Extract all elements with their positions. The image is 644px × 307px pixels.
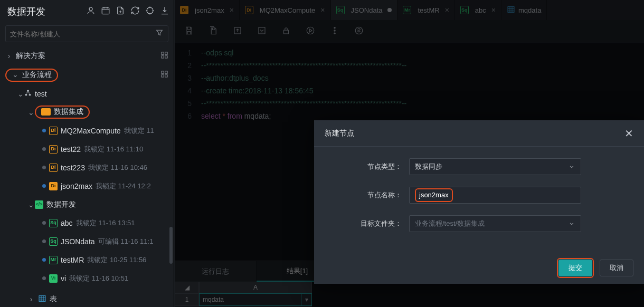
more-icon[interactable] [330,26,339,37]
calendar-icon[interactable] [101,6,110,17]
tree-item[interactable]: SqJSONdata可编辑 11-16 11:1 [0,232,174,251]
refresh-icon[interactable] [130,6,140,17]
tab-json2max[interactable]: Dijson2max× [175,0,240,20]
deploy-icon[interactable] [257,26,267,37]
select-target-folder[interactable]: 业务流程/test/数据集成 [409,215,581,232]
chevron-down-icon [568,163,575,172]
status-dot [42,166,46,169]
highlight-flows: ⌄ 业务流程 [5,69,58,82]
result-grid: ◢ A 1 mqdata ▾ [175,282,312,307]
section-solutions[interactable]: › 解决方案 [0,46,174,65]
modal-title: 新建节点 [325,129,624,138]
tree-item[interactable]: Ditest22我锁定 11-16 11:10 [0,140,174,158]
di-icon: Di [49,145,58,154]
svg-rect-8 [165,71,167,73]
svg-rect-14 [39,295,45,301]
section-tables[interactable]: › 表 [0,290,174,307]
tab-mqdata[interactable]: mqdata [501,0,547,20]
grid-col-A[interactable]: A [199,282,312,293]
status-dot [42,129,46,132]
sq-icon: Sq [336,6,345,14]
di-icon: Di [49,182,58,190]
svg-rect-10 [165,75,167,77]
tree-item[interactable]: DiMQ2MaxCompute我锁定 11 [0,121,174,140]
sidebar: 数据开发 › 解决方案 ⌄ 业务流程 ⌄ test [0,0,174,307]
chevron-right-icon: › [27,295,35,303]
sq-icon: Sq [49,219,58,227]
tab-testmr[interactable]: MrtestMR× [397,0,454,20]
status-dot [42,147,46,151]
grid-cell-A1[interactable]: mqdata ▾ [199,293,312,306]
tab-abc[interactable]: Sqabc× [455,0,501,20]
di-icon: Di [49,164,58,172]
search-input[interactable] [10,30,155,38]
cost-icon[interactable] [354,26,364,37]
input-node-name[interactable]: json2max [409,187,581,204]
chevron-right-icon: › [5,52,13,60]
tree-group-dev[interactable]: ⌄ </> 数据开发 [0,195,174,214]
close-icon[interactable]: × [230,6,234,14]
dirty-dot [387,8,392,12]
group-label: 数据集成 [54,107,83,117]
lock-icon[interactable] [281,26,291,37]
new-node-modal: 新建节点 ✕ 节点类型： 数据同步 节点名称： json2max 目标文件夹： … [314,120,644,284]
import-icon[interactable] [160,6,169,17]
tree-item[interactable]: MrtestMR我锁定 10-25 11:56 [0,251,174,269]
editor-tabs: Dijson2max× DiMQ2MaxCompute× SqJSONdata … [175,0,644,20]
cancel-button[interactable]: 取消 [600,260,633,276]
status-dot [42,221,46,225]
tree-item[interactable]: Dijson2max我锁定 11-24 12:2 [0,177,174,195]
submit-icon[interactable] [233,26,242,37]
save-all-icon[interactable] [209,26,218,37]
file-tree: ⌄ test ⌄ 数据集成 DiMQ2MaxCompute我锁定 11 Dite… [0,84,174,287]
editor-toolbar [175,20,644,43]
chevron-down-icon [568,220,575,229]
tree-item[interactable]: Vivi我锁定 11-16 10:51 [0,269,174,287]
user-icon[interactable] [86,6,96,17]
tree-root[interactable]: ⌄ test [0,84,174,103]
svg-rect-9 [162,75,164,77]
code-line-6: select * from mqdata; [201,112,271,120]
tab-run-log[interactable]: 运行日志 [175,261,257,282]
sidebar-search[interactable] [5,25,168,42]
status-dot [42,184,46,188]
status-dot [42,258,46,262]
grid-icon[interactable] [160,70,168,80]
section-label: 业务流程 [22,70,52,80]
code-editor[interactable]: 1--odps sql 2--*************************… [175,43,644,122]
dropdown-icon[interactable]: ▾ [301,294,311,305]
table-icon [507,5,515,15]
grid-corner[interactable]: ◢ [175,282,199,293]
highlight-di: 数据集成 [35,105,90,119]
folder-di-icon [41,108,51,116]
close-icon[interactable]: × [320,6,325,14]
tree-root-label: test [35,90,47,98]
sidebar-header-icons [86,6,169,17]
close-icon[interactable]: ✕ [624,127,633,140]
close-icon[interactable]: × [445,6,449,14]
tree-group-di[interactable]: ⌄ 数据集成 [0,103,174,121]
new-file-icon[interactable] [116,6,125,17]
target-icon[interactable] [145,6,155,17]
tree-item[interactable]: Ditest223我锁定 11-16 10:46 [0,158,174,177]
grid-row-1[interactable]: 1 [175,293,199,306]
tab-mq2max[interactable]: DiMQ2MaxCompute× [240,0,331,20]
mr-icon: Mr [403,6,411,14]
section-flows[interactable]: ⌄ 业务流程 [0,65,174,84]
scrollbar-thumb[interactable] [169,227,173,264]
dev-folder-icon: </> [35,200,43,209]
chevron-down-icon: ⌄ [12,70,19,79]
table-icon [38,294,46,304]
tree-item[interactable]: Sqabc我锁定 11-16 13:51 [0,214,174,232]
di-icon: Di [49,127,58,135]
submit-button[interactable]: 提交 [558,260,592,276]
run-icon[interactable] [306,26,315,37]
filter-icon[interactable] [155,28,164,39]
select-node-type[interactable]: 数据同步 [409,158,581,175]
tab-jsondata[interactable]: SqJSONdata [331,0,398,20]
label-node-type: 节点类型： [314,162,409,171]
svg-point-2 [147,7,153,14]
save-icon[interactable] [184,26,194,37]
close-icon[interactable]: × [491,6,496,14]
grid-icon[interactable] [160,51,168,61]
